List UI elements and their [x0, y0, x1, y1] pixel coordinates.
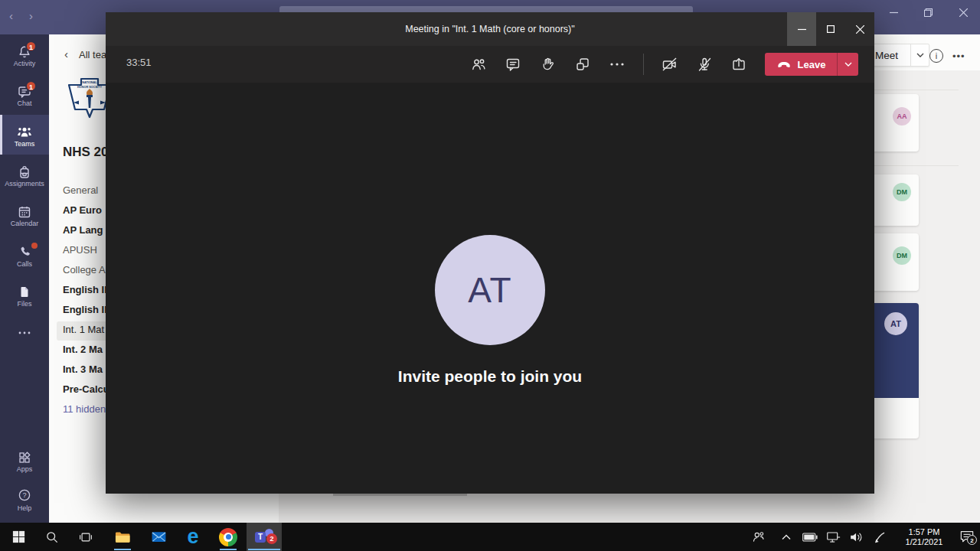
edge-icon: e [187, 527, 198, 547]
sidebar-item-calendar[interactable] [0, 204, 49, 220]
svg-text:?: ? [22, 491, 26, 499]
teams-running-indicator [248, 549, 280, 550]
speaker-icon [849, 531, 864, 543]
breakout-rooms-button[interactable] [567, 49, 598, 80]
meeting-window: Meeting in "Int. 1 Math (core or honors)… [106, 12, 874, 494]
action-center-button[interactable]: 2 [956, 523, 980, 551]
app-maximize-button[interactable] [915, 0, 941, 24]
chrome-button[interactable] [211, 523, 245, 551]
raise-hand-button[interactable] [533, 49, 564, 80]
meeting-close-button[interactable] [845, 12, 874, 46]
sidebar-bottom-strip [49, 494, 279, 523]
search-icon [45, 530, 59, 544]
network-tray-icon[interactable] [822, 523, 844, 551]
taskbar: e T 2 1:57 PM 1/21/2021 [0, 523, 980, 551]
chat-badge: 1 [25, 80, 37, 92]
file-explorer-button[interactable] [106, 523, 139, 551]
meeting-maximize-button[interactable] [816, 12, 845, 46]
all-teams-link[interactable]: All tea [79, 49, 106, 60]
people-tray-button[interactable] [744, 523, 772, 551]
share-screen-button[interactable] [724, 49, 754, 80]
task-view-button[interactable] [70, 523, 101, 551]
clock-date: 1/21/2021 [906, 537, 943, 547]
sidebar-item-calls[interactable] [0, 245, 49, 259]
share-screen-icon [730, 56, 747, 73]
camera-off-button[interactable] [655, 49, 685, 80]
mic-off-icon [696, 56, 713, 73]
edge-button[interactable]: e [176, 523, 210, 551]
back-chevron-icon[interactable]: ‹ [64, 47, 68, 60]
maximize-icon [827, 25, 835, 33]
more-actions-button[interactable] [602, 49, 632, 80]
network-icon [826, 531, 841, 543]
chat-bubble-icon [505, 56, 521, 73]
avatar: DM [893, 183, 911, 201]
sidebar-item-apps[interactable] [0, 450, 49, 465]
minimize-icon [890, 8, 898, 17]
action-center-badge: 2 [967, 535, 977, 545]
toolbar-divider [643, 54, 644, 75]
teams-people-icon [0, 125, 49, 140]
rail-label-chat: Chat [0, 99, 49, 107]
volume-tray-icon[interactable] [845, 523, 867, 551]
meeting-toolbar: 33:51 Leave [106, 46, 874, 83]
meet-dropdown-button[interactable] [910, 44, 929, 67]
meeting-minimize-button[interactable] [787, 12, 816, 46]
compose-shadow [333, 494, 467, 496]
avatar: AT [884, 312, 907, 335]
sidebar-item-activity[interactable] [0, 44, 49, 60]
stage-avatar: AT [435, 235, 545, 345]
app-minimize-button[interactable] [880, 0, 906, 24]
calendar-icon [0, 204, 49, 220]
leave-dropdown-button[interactable] [837, 53, 858, 76]
channel-int3-math[interactable]: Int. 3 Ma [63, 364, 103, 382]
channel-apush[interactable]: APUSH [63, 244, 97, 262]
mic-off-button[interactable] [689, 49, 720, 80]
rail-label-activity: Activity [0, 60, 49, 67]
back-icon[interactable]: ‹ [9, 10, 13, 22]
leave-button[interactable]: Leave [765, 53, 858, 76]
mail-button[interactable] [142, 523, 175, 551]
breakout-rooms-icon [574, 56, 591, 73]
taskbar-search-button[interactable] [37, 523, 67, 551]
chat-icon [0, 84, 49, 99]
channel-precalc[interactable]: Pre-Calcu [63, 383, 109, 402]
channel-int1-math-selected[interactable]: Int. 1 Mat [63, 324, 104, 342]
channel-college[interactable]: College A [63, 264, 106, 282]
app-close-button[interactable] [949, 0, 977, 24]
info-icon[interactable]: i [929, 49, 943, 63]
sidebar-item-chat[interactable] [0, 84, 49, 99]
taskbar-clock[interactable]: 1:57 PM 1/21/2021 [894, 523, 954, 551]
rail-label-calendar: Calendar [0, 220, 49, 227]
participants-button[interactable] [463, 49, 494, 80]
battery-icon [802, 533, 818, 542]
activity-badge: 1 [25, 41, 37, 52]
invite-people-text: Invite people to join you [106, 367, 874, 386]
close-icon [856, 25, 864, 34]
sidebar-item-teams[interactable] [0, 125, 49, 140]
sidebar-item-assignments[interactable] [0, 165, 49, 180]
sidebar-item-files[interactable] [0, 285, 49, 299]
sidebar-item-help[interactable]: ? [0, 487, 49, 503]
more-dots-icon [609, 62, 625, 67]
rail-label-files: Files [0, 300, 49, 308]
start-button[interactable] [0, 523, 37, 551]
participants-icon [470, 56, 487, 73]
channel-int2-math[interactable]: Int. 2 Ma [63, 344, 103, 362]
channel-english-2[interactable]: English II [63, 284, 107, 302]
teams-taskbar-button[interactable]: T 2 [247, 523, 282, 551]
sidebar-item-more[interactable] [0, 329, 49, 337]
channel-ap-euro[interactable]: AP Euro [63, 204, 102, 223]
ink-workspace-tray-icon[interactable] [868, 523, 891, 551]
chat-button[interactable] [498, 49, 528, 80]
channel-ap-lang[interactable]: AP Lang [63, 224, 103, 243]
channel-english-2b[interactable]: English II [63, 304, 107, 322]
meeting-titlebar: Meeting in "Int. 1 Math (core or honors)… [106, 12, 874, 46]
hidden-channels-link[interactable]: 11 hidden [63, 403, 106, 422]
battery-tray-icon[interactable] [799, 523, 821, 551]
rail-label-apps: Apps [0, 465, 49, 473]
forward-icon[interactable]: › [29, 10, 33, 22]
channel-general[interactable]: General [63, 184, 98, 203]
tray-expand-button[interactable] [775, 523, 798, 551]
more-options-icon[interactable]: ••• [952, 51, 965, 62]
